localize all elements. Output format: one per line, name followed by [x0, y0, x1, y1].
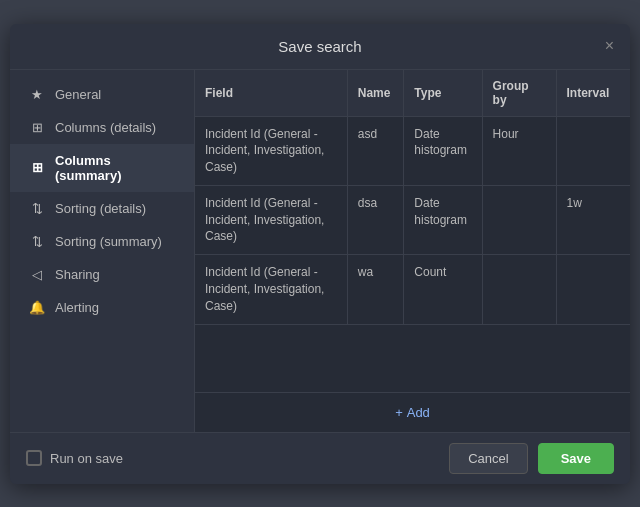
cell-groupby-1 [482, 185, 556, 254]
run-on-save-checkbox[interactable] [26, 450, 42, 466]
cell-name-1: dsa [347, 185, 404, 254]
sidebar-item-alerting[interactable]: 🔔 Alerting [10, 291, 194, 324]
cell-field-1: Incident Id (General - Incident, Investi… [195, 185, 347, 254]
sidebar-icon-columns-summary: ⊞ [29, 160, 45, 175]
cell-groupby-2 [482, 255, 556, 324]
sidebar-item-sorting-summary[interactable]: ⇅ Sorting (summary) [10, 225, 194, 258]
main-content: Field Name Type Group by Interval Incide… [195, 70, 630, 432]
col-header-name: Name [347, 70, 404, 117]
close-button[interactable]: × [605, 38, 614, 54]
modal-footer: Run on save Cancel Save [10, 432, 630, 484]
col-header-field: Field [195, 70, 347, 117]
col-header-type: Type [404, 70, 482, 117]
sidebar-icon-general: ★ [29, 87, 45, 102]
modal-body: ★ General ⊞ Columns (details) ⊞ Columns … [10, 70, 630, 432]
add-icon: + [395, 405, 403, 420]
sidebar-icon-sharing: ◁ [29, 267, 45, 282]
sidebar-item-general[interactable]: ★ General [10, 78, 194, 111]
sidebar-label-sharing: Sharing [55, 267, 100, 282]
cell-type-2: Count [404, 255, 482, 324]
table-row: Incident Id (General - Incident, Investi… [195, 185, 630, 254]
sidebar-icon-sorting-summary: ⇅ [29, 234, 45, 249]
add-label: Add [407, 405, 430, 420]
sidebar-label-general: General [55, 87, 101, 102]
save-search-modal: Save search × ★ General ⊞ Columns (detai… [10, 24, 630, 484]
sidebar-item-columns-details[interactable]: ⊞ Columns (details) [10, 111, 194, 144]
modal-title: Save search [278, 38, 361, 55]
cell-name-0: asd [347, 116, 404, 185]
col-header-interval: Interval [556, 70, 630, 117]
sidebar-item-columns-summary[interactable]: ⊞ Columns (summary) [10, 144, 194, 192]
cell-type-0: Date histogram [404, 116, 482, 185]
cell-field-0: Incident Id (General - Incident, Investi… [195, 116, 347, 185]
cell-type-1: Date histogram [404, 185, 482, 254]
sidebar-item-sorting-details[interactable]: ⇅ Sorting (details) [10, 192, 194, 225]
cell-groupby-0: Hour [482, 116, 556, 185]
cell-interval-0 [556, 116, 630, 185]
modal-header: Save search × [10, 24, 630, 70]
col-header-groupby: Group by [482, 70, 556, 117]
columns-table: Field Name Type Group by Interval Incide… [195, 70, 630, 325]
sidebar-icon-alerting: 🔔 [29, 300, 45, 315]
sidebar-label-columns-summary: Columns (summary) [55, 153, 178, 183]
save-button[interactable]: Save [538, 443, 614, 474]
table-area: Field Name Type Group by Interval Incide… [195, 70, 630, 392]
sidebar-label-sorting-summary: Sorting (summary) [55, 234, 162, 249]
table-row: Incident Id (General - Incident, Investi… [195, 255, 630, 324]
add-button[interactable]: + Add [395, 405, 430, 420]
sidebar-label-columns-details: Columns (details) [55, 120, 156, 135]
cancel-button[interactable]: Cancel [449, 443, 527, 474]
run-on-save-container: Run on save [26, 450, 123, 466]
cell-interval-2 [556, 255, 630, 324]
sidebar-label-sorting-details: Sorting (details) [55, 201, 146, 216]
cell-field-2: Incident Id (General - Incident, Investi… [195, 255, 347, 324]
sidebar-label-alerting: Alerting [55, 300, 99, 315]
sidebar-icon-columns-details: ⊞ [29, 120, 45, 135]
add-row-area: + Add [195, 392, 630, 432]
cell-interval-1: 1w [556, 185, 630, 254]
run-on-save-label: Run on save [50, 451, 123, 466]
table-row: Incident Id (General - Incident, Investi… [195, 116, 630, 185]
table-header-row: Field Name Type Group by Interval [195, 70, 630, 117]
cell-name-2: wa [347, 255, 404, 324]
sidebar-icon-sorting-details: ⇅ [29, 201, 45, 216]
sidebar-item-sharing[interactable]: ◁ Sharing [10, 258, 194, 291]
sidebar: ★ General ⊞ Columns (details) ⊞ Columns … [10, 70, 195, 432]
